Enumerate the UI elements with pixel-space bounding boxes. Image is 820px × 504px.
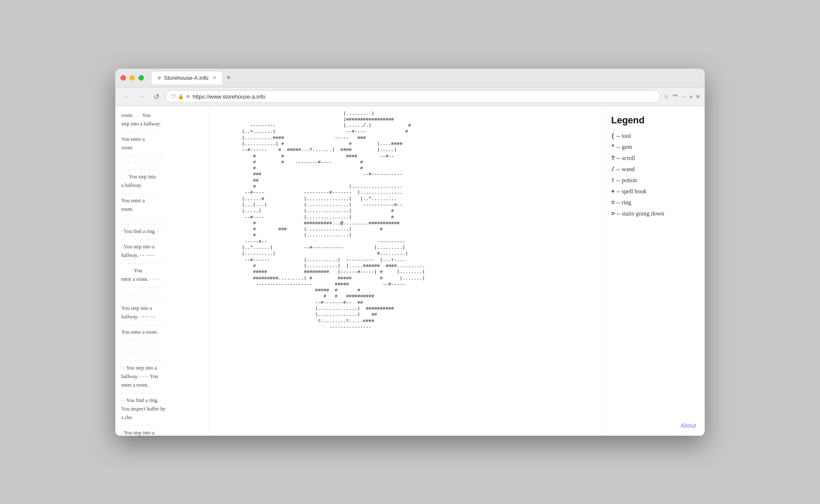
log-separator: - · - · - · - · - · - [121,159,203,166]
page-content: room. You step into a hallway. - · - · -… [115,106,705,436]
back-button[interactable]: ← [120,91,132,102]
log-separator: - · - · - · - · - · - [121,344,203,350]
hamburger-icon[interactable]: ≡ [696,93,700,100]
forward-button[interactable]: → [136,91,148,102]
log-entry: room. You [121,111,203,119]
log-entry: room. [121,144,203,151]
log-separator: - · - · - · - · - · - · - [121,321,203,328]
log-separator: - · - · - · - · - · - [121,291,203,297]
legend-item: ( -- tool [611,133,696,140]
log-entry: room. [121,205,203,213]
log-panel: room. You step into a hallway. - · - · -… [115,106,209,436]
legend-item: > -- stairs going down [611,210,696,217]
log-separator: - · - · - · - · - - · - [121,422,203,428]
extension-icon[interactable]: ** [673,93,677,100]
map-area: |.........| |################# ---------… [209,106,602,436]
log-entry: You enter a [121,135,203,143]
legend-panel: Legend ( -- tool* -- gem? -- scroll/ -- … [602,106,705,436]
url-text: https://www.storehouse-a.info [193,93,266,100]
log-entry: · You find a ring. · [121,227,203,235]
tab-bar: ❄ Storehouse-A.info ✕ + [151,71,700,84]
tab-title: Storehouse-A.info [164,75,208,81]
log-entry: hallway. · - - · - - [121,313,203,320]
about-link[interactable]: About [680,422,696,429]
log-entry: step into a hallway. [121,120,203,128]
close-button[interactable] [120,75,126,81]
log-separator: - · - · - · - · - · - · - [121,357,203,364]
log-entry: · You step into a [121,429,203,436]
log-separator: - · - · - · - · - · - · - [121,221,203,227]
log-entry: a hallway. [121,181,203,189]
toolbar-right: ☆ ** ··· » ≡ [664,93,700,100]
minimize-button[interactable] [129,75,135,81]
log-separator: - · - · - · - · - · - [121,236,203,242]
log-separator: - - · - - · - - · - - [121,390,203,396]
log-entry: hallway. · · · · You [121,373,203,380]
log-entry: · · You step into a [121,364,203,372]
lock-icon: 🔒 [178,93,184,99]
toolbar: ← → ↺ 🛡 🔒 ⊕ https://www.storehouse-a.inf… [115,87,705,106]
legend-item: = -- ring [611,199,696,206]
security-icons: 🛡 🔒 ⊕ [171,93,190,99]
legend-title: Legend [611,115,696,126]
log-entry: · You step into a [121,243,203,251]
shield-icon: 🛡 [171,93,176,99]
log-entry: hallway. - - · - - · [121,251,203,259]
log-separator: - · - · - · - · - · - · - [121,128,203,135]
dots-menu-icon[interactable]: ··· [681,93,686,100]
bookmark-icon[interactable]: ☆ [664,93,669,100]
log-separator: - · - · - · - · - · - · - [121,152,203,159]
tab-favicon: ❄ [157,75,161,81]
fullscreen-button[interactable] [138,75,144,81]
log-separator: - · - · - · - · - · - · - · [121,284,203,290]
log-separator: - · - · - · - · - · - · - [121,166,203,172]
log-entry: You step into a [121,304,203,312]
browser-window: ❄ Storehouse-A.info ✕ + ← → ↺ 🛡 🔒 ⊕ http… [115,69,705,436]
legend-item: * -- gem [611,144,696,151]
log-entry: · · You find a ring. [121,396,203,404]
title-bar: ❄ Storehouse-A.info ✕ + [115,69,705,87]
new-tab-button[interactable]: + [226,73,231,82]
reload-button[interactable]: ↺ [151,91,162,102]
log-separator: - · - · - · - · - · - · - [121,260,203,266]
active-tab[interactable]: ❄ Storehouse-A.info ✕ [151,71,223,84]
log-entry: enter a room. [121,381,203,389]
log-separator: · - · - · - · - · - · - · · [121,350,203,357]
log-entry: s.che. [121,414,203,421]
address-bar[interactable]: 🛡 🔒 ⊕ https://www.storehouse-a.info [165,90,660,103]
log-separator: - · - · - · - · - · - · - [121,214,203,220]
traffic-lights [120,75,144,81]
legend-item: ! -- potion [611,177,696,184]
log-entry: enter a room. · · · · [121,275,203,283]
log-entry: You step into [121,173,203,181]
tab-close-button[interactable]: ✕ [213,75,217,81]
permissions-icon: ⊕ [186,93,190,99]
log-separator: - · - · - · - · - · - · - [121,337,203,343]
legend-item: / -- wand [611,166,696,173]
log-separator: · - · - · - · - · - · - · - [121,297,203,304]
legend-items: ( -- tool* -- gem? -- scroll/ -- wand! -… [611,133,696,217]
log-entry: You enter a [121,197,203,204]
expand-icon[interactable]: » [689,93,693,100]
legend-item: ? -- scroll [611,155,696,162]
log-entry: You enter a room. [121,328,203,336]
log-entry: You inspect buffer by [121,405,203,413]
log-separator: - · - · - · - · - · - [121,190,203,196]
legend-item: + -- spell book [611,188,696,195]
log-entry: You [121,267,203,274]
